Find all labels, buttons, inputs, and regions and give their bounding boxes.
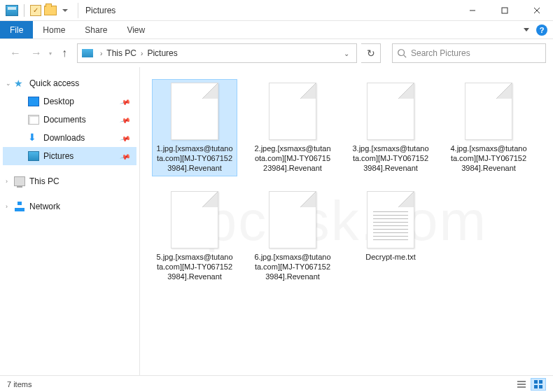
pin-icon: 📌 (120, 114, 131, 125)
sidebar-item-quick-access[interactable]: ⌄ ★ Quick access (3, 74, 136, 92)
navigation-row: ← → ▾ ↑ › This PC › Pictures ⌄ ↻ Search … (0, 39, 553, 67)
back-button[interactable]: ← (7, 45, 24, 62)
help-icon[interactable]: ? (536, 24, 547, 36)
file-icon (269, 191, 316, 248)
sidebar-item-documents[interactable]: Documents 📌 (3, 111, 136, 129)
star-icon: ★ (14, 78, 25, 88)
svg-rect-1 (502, 8, 507, 13)
sidebar-item-label: Documents (43, 115, 86, 125)
document-icon (28, 115, 39, 125)
forward-button[interactable]: → (28, 45, 45, 62)
file-icon (269, 83, 316, 140)
refresh-button[interactable]: ↻ (361, 43, 381, 63)
breadcrumb-segment-pictures[interactable]: Pictures (147, 48, 177, 58)
file-item[interactable]: 6.jpg.[xsmaxs@tutanota.com][MJ-TY0671523… (251, 188, 335, 284)
svg-rect-10 (539, 380, 542, 384)
location-icon (82, 49, 93, 57)
desktop-icon (28, 97, 39, 106)
file-list[interactable]: pcrisk.com 1.jpg.[xsmaxs@tutanota.com][M… (140, 67, 553, 375)
ribbon-tab-home[interactable]: Home (33, 21, 75, 38)
watermark: pcrisk.com (206, 189, 487, 253)
file-name: 1.jpg.[xsmaxs@tutanota.com][MJ-TY0671523… (155, 144, 234, 173)
maximize-button[interactable] (489, 0, 521, 21)
sidebar-item-label: This PC (29, 176, 59, 186)
sidebar-item-label: Quick access (29, 78, 79, 88)
breadcrumb-segment-thispc[interactable]: This PC (106, 48, 136, 58)
file-name: Decrypt-me.txt (365, 253, 416, 262)
file-name: 6.jpg.[xsmaxs@tutanota.com][MJ-TY0671523… (253, 253, 332, 281)
file-name: 4.jpg.[xsmaxs@tutanota.com][MJ-TY0671523… (449, 144, 528, 173)
sidebar-item-pictures[interactable]: Pictures 📌 (3, 147, 136, 165)
ribbon-tab-file[interactable]: File (0, 21, 33, 38)
close-button[interactable] (521, 0, 553, 21)
navigation-pane: ⌄ ★ Quick access Desktop 📌 Documents 📌 ⬇… (0, 67, 140, 375)
file-name: 3.jpg.[xsmaxs@tutanota.com][MJ-TY0671523… (351, 144, 430, 173)
minimize-button[interactable] (456, 0, 489, 21)
sidebar-item-label: Desktop (43, 97, 74, 106)
file-item[interactable]: 3.jpg.[xsmaxs@tutanota.com][MJ-TY0671523… (349, 80, 433, 176)
pin-icon: 📌 (120, 150, 131, 162)
pin-icon: 📌 (120, 96, 131, 107)
file-name: 5.jpg.[xsmaxs@tutanota.com][MJ-TY0671523… (155, 253, 234, 281)
sidebar-item-label: Downloads (43, 133, 85, 143)
details-view-button[interactable] (514, 378, 529, 391)
svg-rect-9 (534, 380, 538, 384)
qat-customize-caret[interactable] (62, 9, 68, 12)
download-icon: ⬇ (28, 133, 39, 143)
up-button[interactable]: ↑ (56, 45, 73, 62)
search-icon (397, 48, 407, 58)
text-file-icon (367, 191, 414, 248)
file-icon (171, 191, 218, 248)
pictures-icon (28, 151, 39, 161)
history-caret[interactable]: ▾ (49, 50, 52, 57)
chevron-right-icon: › (97, 50, 105, 57)
address-dropdown-caret[interactable]: ⌄ (341, 50, 352, 57)
file-item[interactable]: 1.jpg.[xsmaxs@tutanota.com][MJ-TY0671523… (153, 80, 237, 176)
status-bar: 7 items (0, 375, 553, 392)
sidebar-item-downloads[interactable]: ⬇ Downloads 📌 (3, 129, 136, 147)
ribbon-tab-share[interactable]: Share (75, 21, 117, 38)
file-item[interactable]: 4.jpg.[xsmaxs@tutanota.com][MJ-TY0671523… (447, 80, 531, 176)
file-icon (465, 83, 512, 140)
ribbon-tab-view[interactable]: View (117, 21, 155, 38)
file-icon (171, 83, 218, 140)
svg-rect-12 (539, 385, 542, 388)
title-bar: ✓ Pictures (0, 0, 553, 21)
ribbon-collapse-caret[interactable] (524, 28, 529, 31)
svg-point-4 (398, 50, 405, 56)
svg-rect-7 (517, 384, 526, 385)
large-icons-view-button[interactable] (531, 378, 546, 391)
file-item[interactable]: Decrypt-me.txt (349, 188, 433, 284)
ribbon: File Home Share View ? (0, 21, 553, 39)
address-bar[interactable]: › This PC › Pictures ⌄ (77, 43, 357, 63)
file-item[interactable]: 5.jpg.[xsmaxs@tutanota.com][MJ-TY0671523… (153, 188, 237, 284)
search-placeholder: Search Pictures (411, 48, 470, 58)
qat-new-folder-button[interactable] (44, 6, 57, 15)
sidebar-item-label: Network (29, 202, 60, 211)
qat-properties-button[interactable]: ✓ (30, 5, 41, 16)
file-name: 2.jpeg.[xsmaxs@tutanota.com][MJ-TY067152… (253, 144, 332, 173)
network-icon (14, 202, 25, 211)
pin-icon: 📌 (120, 132, 131, 144)
window-title: Pictures (85, 6, 115, 15)
file-item[interactable]: 2.jpeg.[xsmaxs@tutanota.com][MJ-TY067152… (251, 80, 335, 176)
status-item-count: 7 items (7, 380, 31, 388)
file-icon (367, 83, 414, 140)
app-icon (6, 5, 18, 16)
svg-rect-11 (534, 385, 538, 388)
chevron-right-icon: › (138, 50, 146, 57)
svg-line-5 (404, 55, 407, 58)
svg-rect-8 (517, 386, 526, 388)
pc-icon (14, 176, 25, 186)
sidebar-item-desktop[interactable]: Desktop 📌 (3, 92, 136, 111)
sidebar-item-label: Pictures (43, 151, 74, 161)
svg-rect-6 (517, 381, 526, 382)
sidebar-item-this-pc[interactable]: › This PC (3, 172, 136, 190)
search-input[interactable]: Search Pictures (392, 43, 546, 63)
sidebar-item-network[interactable]: › Network (3, 197, 136, 216)
